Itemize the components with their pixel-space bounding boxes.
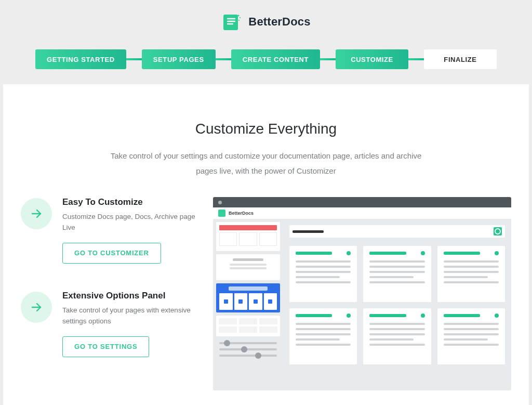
preview-sidebar bbox=[213, 219, 283, 390]
preview-logo-icon bbox=[218, 210, 225, 217]
step-connector bbox=[408, 58, 424, 60]
arrow-right-icon bbox=[21, 292, 52, 323]
content-row: Easy To Customize Customize Docs page, D… bbox=[3, 197, 529, 390]
feature-desc: Customize Docs page, Docs, Archive page … bbox=[62, 212, 197, 233]
step-connector bbox=[126, 58, 142, 60]
preview-brand-text: BetterDocs bbox=[229, 211, 254, 216]
preview-doc-card bbox=[363, 246, 431, 302]
preview-doc-card bbox=[363, 308, 431, 364]
brand-logo: BetterDocs bbox=[221, 11, 310, 32]
step-getting-started[interactable]: GETTING STARTED bbox=[35, 49, 126, 69]
feature-title: Easy To Customize bbox=[62, 197, 197, 207]
svg-point-3 bbox=[238, 20, 240, 21]
customizer-preview: BetterDocs bbox=[213, 197, 511, 390]
preview-theme-tile bbox=[216, 254, 280, 280]
wizard-steps: GETTING STARTED SETUP PAGES CREATE CONTE… bbox=[0, 49, 532, 70]
preview-doc-card bbox=[289, 246, 357, 302]
preview-body bbox=[213, 219, 511, 390]
feature-title: Extensive Options Panel bbox=[62, 291, 197, 301]
slider-icon bbox=[219, 348, 277, 350]
setup-wizard-page: BetterDocs GETTING STARTED SETUP PAGES C… bbox=[0, 0, 532, 405]
feature-body: Extensive Options Panel Take control of … bbox=[62, 291, 197, 357]
slider-icon bbox=[219, 355, 277, 357]
feature-easy-customize: Easy To Customize Customize Docs page, D… bbox=[21, 197, 197, 264]
step-setup-pages[interactable]: SETUP PAGES bbox=[142, 49, 216, 69]
step-connector bbox=[320, 58, 336, 60]
step-customize[interactable]: CUSTOMIZE bbox=[336, 49, 408, 69]
go-to-customizer-button[interactable]: GO TO CUSTOMIZER bbox=[62, 243, 161, 264]
step-finalize[interactable]: FINALIZE bbox=[424, 49, 497, 69]
preview-doc-card bbox=[289, 308, 357, 364]
slider-icon bbox=[219, 342, 277, 344]
brand-name: BetterDocs bbox=[248, 15, 310, 29]
preview-search-bar bbox=[289, 225, 505, 238]
wizard-card: Customize Everything Take control of you… bbox=[3, 84, 529, 405]
search-placeholder-icon bbox=[292, 230, 324, 233]
step-connector bbox=[216, 58, 231, 60]
feature-body: Easy To Customize Customize Docs page, D… bbox=[62, 197, 197, 264]
betterdocs-logo-icon bbox=[221, 11, 242, 32]
preview-cards-grid bbox=[289, 246, 505, 364]
search-icon bbox=[494, 227, 502, 236]
page-title: Customize Everything bbox=[3, 121, 529, 137]
preview-doc-card bbox=[437, 246, 505, 302]
step-create-content[interactable]: CREATE CONTENT bbox=[231, 49, 320, 69]
preview-titlebar bbox=[213, 197, 511, 207]
preview-doc-card bbox=[437, 308, 505, 364]
window-dot-icon bbox=[218, 201, 222, 204]
preview-main bbox=[283, 219, 511, 390]
arrow-right-icon bbox=[21, 198, 52, 229]
page-subtitle: Take control of your settings and custom… bbox=[105, 149, 427, 178]
wizard-header: BetterDocs bbox=[0, 0, 532, 49]
features-column: Easy To Customize Customize Docs page, D… bbox=[21, 197, 197, 390]
preview-theme-tile bbox=[216, 222, 280, 251]
feature-desc: Take control of your pages with extensiv… bbox=[62, 305, 197, 327]
svg-rect-0 bbox=[223, 15, 238, 30]
preview-sliders bbox=[216, 339, 280, 376]
go-to-settings-button[interactable]: GO TO SETTINGS bbox=[62, 336, 149, 357]
svg-point-2 bbox=[240, 17, 241, 18]
svg-point-1 bbox=[238, 15, 240, 17]
preview-brand-bar: BetterDocs bbox=[213, 207, 511, 219]
preview-layout-picker bbox=[216, 316, 280, 336]
preview-theme-tile bbox=[216, 283, 280, 312]
feature-options-panel: Extensive Options Panel Take control of … bbox=[21, 291, 197, 357]
